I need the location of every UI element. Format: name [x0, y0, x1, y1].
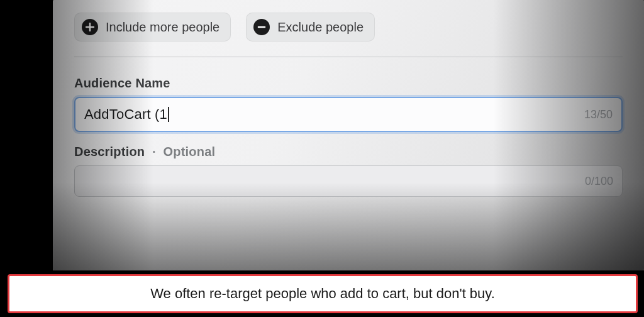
include-more-people-button[interactable]: Include more people: [74, 13, 231, 42]
description-label-text: Description: [74, 145, 145, 158]
audience-name-input[interactable]: AddToCart (1 13/50: [74, 97, 623, 132]
description-optional-text: Optional: [164, 145, 216, 158]
minus-icon: [253, 19, 270, 35]
description-input[interactable]: 0/100: [74, 165, 623, 197]
text-cursor: [168, 107, 169, 122]
exclude-people-button[interactable]: Exclude people: [246, 13, 375, 42]
description-label: Description · Optional: [74, 145, 623, 159]
description-counter: 0/100: [585, 175, 613, 188]
caption-callout: We often re-target people who add to car…: [8, 274, 638, 313]
description-field-group: Description · Optional 0/100: [74, 145, 623, 197]
label-separator: ·: [152, 145, 156, 158]
plus-icon: [82, 19, 98, 35]
audience-name-label: Audience Name: [74, 76, 623, 91]
audience-name-input-value: AddToCart (1: [84, 106, 167, 123]
section-divider: [74, 57, 623, 57]
audience-name-counter: 13/50: [584, 108, 613, 121]
caption-text: We often re-target people who add to car…: [150, 286, 495, 302]
audience-name-field-group: Audience Name AddToCart (1 13/50: [74, 76, 623, 132]
include-button-label: Include more people: [106, 20, 219, 35]
audience-form-panel: Include more people Exclude people Audie…: [53, 0, 644, 270]
exclude-button-label: Exclude people: [277, 20, 364, 35]
include-exclude-row: Include more people Exclude people: [74, 13, 623, 42]
form-content: Include more people Exclude people Audie…: [53, 13, 644, 197]
